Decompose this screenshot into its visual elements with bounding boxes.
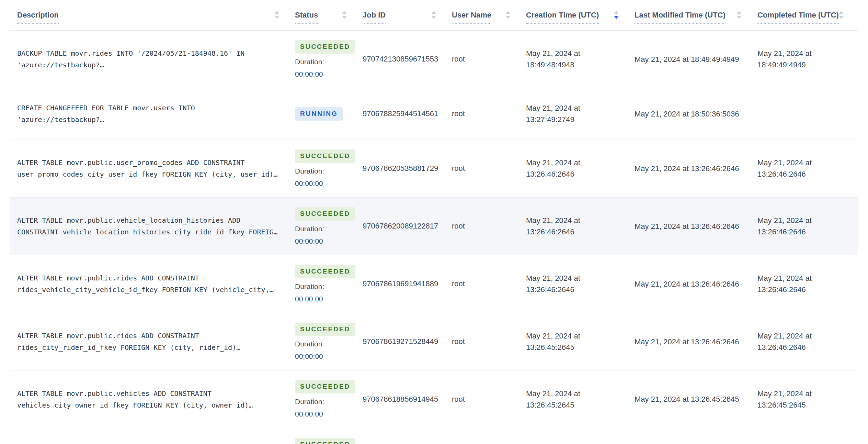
table-row: ALTER TABLE movr.public.user_promo_codes… (10, 140, 858, 198)
job-status-cell: SUCCEEDED Duration: 00:00:00 (295, 207, 363, 245)
creation-time-cell: May 21, 2024 at 13:27:49:2749 (526, 102, 635, 125)
completed-time-cell: May 21, 2024 at 13:26:46:2646 (757, 273, 858, 295)
job-status-cell: SUCCEEDED Duration: 00:00:00 (295, 149, 363, 188)
column-header-status[interactable]: Status (295, 11, 363, 20)
table-row: ALTER TABLE movr.public.vehicles ADD CON… (10, 370, 858, 428)
completed-time-cell: May 21, 2024 at 13:26:46:2646 (757, 330, 858, 353)
job-description-link[interactable]: CREATE CHANGEFEED FOR TABLE movr.users I… (17, 102, 284, 125)
sort-icon[interactable] (274, 11, 279, 19)
table-row: ALTER TABLE movr.public.vehicle_location… (10, 198, 858, 255)
job-description-cell: ALTER TABLE movr.public.vehicles ADD CON… (10, 388, 295, 411)
column-label-job-id[interactable]: Job ID (363, 11, 386, 24)
table-row: ALTER TABLE movr.public.rides ADD CONSTR… (10, 313, 858, 371)
job-id: 970678619271528449 (363, 337, 452, 346)
creation-time-cell: May 21, 2024 at 13:26:46:2646 (526, 157, 635, 180)
job-description-link[interactable]: ALTER TABLE movr.public.rides ADD CONSTR… (17, 272, 284, 296)
sort-icon[interactable] (431, 11, 436, 19)
duration-value: 00:00:00 (295, 410, 356, 418)
job-description-cell: BACKUP TABLE movr.rides INTO '/2024/05/2… (10, 47, 295, 71)
last-modified-time: May 21, 2024 at 13:26:45:2645 (635, 393, 757, 405)
status-badge: SUCCEEDED (295, 438, 355, 444)
duration-label: Duration: (295, 340, 356, 348)
job-description-link[interactable]: BACKUP TABLE movr.rides INTO '/2024/05/2… (17, 47, 284, 71)
job-id: 970678618856914945 (363, 395, 452, 404)
table-body: BACKUP TABLE movr.rides INTO '/2024/05/2… (10, 31, 858, 444)
creation-time-cell: May 21, 2024 at 13:26:45:2645 (526, 388, 635, 411)
table-row: IMPORT INTO movr.public.rides CSV DATA (… (10, 428, 858, 444)
job-description-cell: ALTER TABLE movr.public.vehicle_location… (10, 214, 295, 238)
job-description-link[interactable]: ALTER TABLE movr.public.vehicles ADD CON… (17, 388, 284, 411)
column-label-status[interactable]: Status (295, 11, 318, 24)
status-badge: SUCCEEDED (295, 40, 355, 54)
status-badge: SUCCEEDED (295, 149, 355, 163)
creation-time: May 21, 2024 at 13:27:49:2749 (526, 102, 595, 125)
job-description-cell: ALTER TABLE movr.public.user_promo_codes… (10, 157, 295, 180)
creation-time-cell: May 21, 2024 at 18:49:48:4948 (526, 48, 635, 70)
job-status-cell: SUCCEEDED Duration: 00:00:00 (295, 438, 363, 444)
creation-time: May 21, 2024 at 13:26:46:2646 (526, 273, 595, 295)
status-badge: RUNNING (295, 107, 343, 121)
job-status-cell: SUCCEEDED Duration: 00:00:00 (295, 265, 363, 303)
user-name: root (452, 222, 526, 231)
sort-icon[interactable] (737, 11, 742, 19)
creation-time-cell: May 21, 2024 at 13:26:46:2646 (526, 273, 635, 295)
job-status-cell: RUNNING (295, 107, 363, 121)
duration-value: 00:00:00 (295, 179, 356, 188)
completed-time: May 21, 2024 at 13:26:45:2645 (757, 388, 826, 411)
last-modified-time: May 21, 2024 at 13:26:46:2646 (635, 336, 757, 347)
completed-time: May 21, 2024 at 18:49:49:4949 (757, 48, 826, 70)
column-header-job-id[interactable]: Job ID (363, 11, 452, 20)
completed-time-cell: May 21, 2024 at 13:26:46:2646 (757, 157, 858, 180)
sort-icon[interactable] (342, 11, 347, 19)
column-label-creation-time[interactable]: Creation Time (UTC) (526, 11, 599, 24)
column-header-last-modified-time[interactable]: Last Modified Time (UTC) (635, 11, 757, 20)
last-modified-time: May 21, 2024 at 13:26:46:2646 (635, 221, 757, 232)
duration-label: Duration: (295, 282, 356, 291)
table-row: CREATE CHANGEFEED FOR TABLE movr.users I… (10, 88, 858, 140)
user-name: root (452, 164, 526, 173)
duration-label: Duration: (295, 58, 356, 66)
completed-time-cell: May 21, 2024 at 18:49:49:4949 (757, 48, 858, 70)
column-label-last-modified-time[interactable]: Last Modified Time (UTC) (635, 11, 726, 24)
status-badge: SUCCEEDED (295, 323, 355, 336)
column-header-user-name[interactable]: User Name (452, 11, 526, 20)
duration-label: Duration: (295, 225, 356, 233)
sort-icon[interactable] (839, 11, 844, 19)
column-header-creation-time[interactable]: Creation Time (UTC) (526, 11, 635, 20)
completed-time: May 21, 2024 at 13:26:46:2646 (757, 330, 826, 353)
completed-time: May 21, 2024 at 13:26:46:2646 (757, 273, 826, 295)
column-label-completed-time[interactable]: Completed Time (UTC) (757, 11, 839, 24)
job-description-link[interactable]: ALTER TABLE movr.public.rides ADD CONSTR… (17, 330, 284, 353)
duration-value: 00:00:00 (295, 352, 356, 360)
job-id: 970742130859671553 (363, 55, 452, 64)
column-header-completed-time[interactable]: Completed Time (UTC) (757, 11, 859, 20)
duration-value: 00:00:00 (295, 237, 356, 245)
job-id: 970678619691941889 (363, 279, 452, 288)
column-label-description[interactable]: Description (17, 11, 59, 24)
completed-time-cell (757, 108, 858, 120)
user-name: root (452, 55, 526, 64)
sort-icon[interactable] (505, 11, 510, 19)
job-id: 970678825944514561 (363, 109, 452, 118)
table-header-row: Description Status Job ID User Name Crea… (10, 0, 858, 31)
duration-value: 00:00:00 (295, 70, 356, 78)
status-badge: SUCCEEDED (295, 265, 355, 278)
user-name: root (452, 337, 526, 346)
completed-time: May 21, 2024 at 13:26:46:2646 (757, 157, 826, 180)
job-description-link[interactable]: ALTER TABLE movr.public.user_promo_codes… (17, 157, 284, 180)
column-label-user-name[interactable]: User Name (452, 11, 491, 24)
creation-time-cell: May 21, 2024 at 13:26:46:2646 (526, 215, 635, 237)
last-modified-time: May 21, 2024 at 18:49:49:4949 (635, 54, 757, 65)
column-header-description[interactable]: Description (10, 11, 295, 20)
job-status-cell: SUCCEEDED Duration: 00:00:00 (295, 40, 363, 78)
sort-icon[interactable] (614, 11, 619, 19)
completed-time: May 21, 2024 at 13:26:46:2646 (757, 215, 826, 237)
user-name: root (452, 109, 526, 118)
duration-value: 00:00:00 (295, 295, 356, 303)
job-description-link[interactable]: ALTER TABLE movr.public.vehicle_location… (17, 214, 284, 238)
creation-time-cell: May 21, 2024 at 13:26:45:2645 (526, 330, 635, 353)
jobs-table: Description Status Job ID User Name Crea… (10, 0, 858, 444)
table-row: BACKUP TABLE movr.rides INTO '/2024/05/2… (10, 31, 858, 88)
duration-label: Duration: (295, 167, 356, 175)
last-modified-time: May 21, 2024 at 18:50:36:5036 (635, 108, 757, 120)
